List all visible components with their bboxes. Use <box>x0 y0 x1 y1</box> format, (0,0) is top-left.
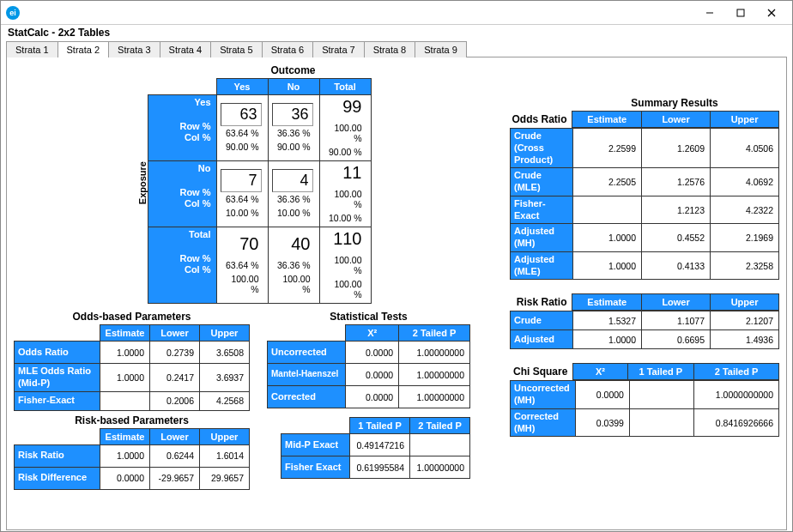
col-header-no: No <box>268 79 319 95</box>
cell-total-no: 40 <box>272 234 316 258</box>
tab-strata-4[interactable]: Strata 4 <box>160 41 212 57</box>
cell-no-yes[interactable]: 7 <box>221 169 262 192</box>
table-row: MLE Odds Ratio (Mid-P) 1.0000 0.2417 3.6… <box>15 364 250 392</box>
window: ei StatCalc - 2x2 Tables Strata 1 Strata… <box>0 0 793 532</box>
summary-odds-body: Crude (Cross Product) 2.2599 1.2609 4.05… <box>510 128 779 280</box>
summary-risk-label: Risk Ratio <box>510 293 572 308</box>
table-row: Mid-P Exact 0.49147216 <box>281 434 470 456</box>
summary-chi-body: Uncorrected (MH) 0.0000 1.0000000000 Cor… <box>510 380 779 437</box>
tab-strata-5[interactable]: Strata 5 <box>210 41 263 57</box>
table-row: Adjusted (MH) 1.0000 0.4552 2.1969 <box>511 224 779 252</box>
two-by-two-table: Yes No Total Yes Row % Col % <box>148 78 372 304</box>
stat-tests-title: Statistical Tests <box>267 309 470 324</box>
cell-total-yes: 70 <box>221 234 264 258</box>
odds-params-title: Odds-based Parameters <box>14 309 250 324</box>
row-header-total: Total Row % Col % <box>148 227 216 304</box>
tab-strata-8[interactable]: Strata 8 <box>364 41 416 57</box>
summary-chi-table: X² 1 Tailed P 2 Tailed P <box>572 363 779 380</box>
table-row: Adjusted (MLE) 1.0000 0.4133 2.3258 <box>511 251 779 280</box>
summary-title: Summary Results <box>570 95 779 111</box>
exact-tests-table: 1 Tailed P 2 Tailed P Mid-P Exact 0.4914… <box>281 417 470 479</box>
table-row: Risk Ratio 1.0000 0.6244 1.6014 <box>15 444 250 467</box>
cell-yes-yes[interactable]: 63 <box>221 103 262 126</box>
outcome-label: Outcome <box>216 63 371 78</box>
table-row: Corrected (MH) 0.0399 0.8416926666 <box>511 408 779 437</box>
tab-strata-6[interactable]: Strata 6 <box>262 41 314 57</box>
table-row: Fisher-Exact 1.2123 4.2322 <box>511 196 779 224</box>
table-row: Risk Difference 0.0000 -29.9657 29.9657 <box>15 467 250 489</box>
table-row: Fisher Exact 0.61995584 1.00000000 <box>281 456 470 479</box>
table-row: Crude (Cross Product) 2.2599 1.2609 4.05… <box>511 129 779 168</box>
table-row: Crude 1.5327 1.1077 2.1207 <box>511 311 779 330</box>
cell-yes-no[interactable]: 36 <box>272 103 313 126</box>
summary-risk-table: Estimate Lower Upper <box>572 293 779 311</box>
maximize-button[interactable] <box>725 2 756 24</box>
titlebar: ei <box>1 1 792 25</box>
table-row: Mantel-Haenszel 0.0000 1.00000000 <box>268 364 470 386</box>
tab-strata-2[interactable]: Strata 2 <box>58 41 110 57</box>
tab-strata-7[interactable]: Strata 7 <box>312 41 365 57</box>
table-row: Adjusted 1.0000 0.6695 1.4936 <box>511 330 779 349</box>
risk-params-table: Estimate Lower Upper Risk Ratio 1.0000 0… <box>14 428 250 490</box>
app-icon: ei <box>6 6 20 20</box>
summary-chi-label: Chi Square <box>510 363 572 378</box>
col-header-total: Total <box>319 79 371 95</box>
cell-no-total: 11 <box>324 163 367 187</box>
table-row: Fisher-Exact 0.2006 4.2568 <box>15 391 250 410</box>
minimize-button[interactable] <box>694 2 725 24</box>
table-row: Crude (MLE) 2.2505 1.2576 4.0692 <box>511 168 779 196</box>
stat-tests-table: X² 2 Tailed P Uncorrected 0.0000 1.00000… <box>267 324 470 408</box>
table-row: Odds Ratio 1.0000 0.2739 3.6508 <box>15 342 250 364</box>
table-row: Uncorrected (MH) 0.0000 1.0000000000 <box>511 381 779 409</box>
cell-total-total: 110 <box>324 229 367 253</box>
risk-params-title: Risk-based Parameters <box>14 413 250 428</box>
tab-strata-3[interactable]: Strata 3 <box>108 41 160 57</box>
content: Exposure Outcome Yes No Total <box>6 57 787 530</box>
row-header-yes: Yes Row % Col % <box>148 95 216 161</box>
tab-strata-9[interactable]: Strata 9 <box>415 41 467 57</box>
tabbar: Strata 1 Strata 2 Strata 3 Strata 4 Stra… <box>1 40 792 57</box>
tab-strata-1[interactable]: Strata 1 <box>6 41 58 57</box>
maximize-icon <box>736 9 745 17</box>
page-title: StatCalc - 2x2 Tables <box>1 25 792 40</box>
minimize-icon <box>705 9 714 17</box>
exposure-label: Exposure <box>137 161 148 204</box>
summary-risk-body: Crude 1.5327 1.1077 2.1207 Adjusted 1.00… <box>510 311 779 349</box>
svg-rect-1 <box>737 9 744 16</box>
odds-params-table: Estimate Lower Upper Odds Ratio 1.0000 0… <box>14 324 250 411</box>
cell-yes-total: 99 <box>324 97 367 121</box>
cell-no-no[interactable]: 4 <box>272 169 313 192</box>
col-header-yes: Yes <box>216 79 268 95</box>
table-row: Corrected 0.0000 1.00000000 <box>268 386 470 408</box>
close-icon <box>767 9 776 17</box>
close-button[interactable] <box>756 2 787 24</box>
summary-odds-label: Odds Ratio <box>510 111 572 125</box>
row-header-no: No Row % Col % <box>148 161 216 227</box>
summary-odds-table: Estimate Lower Upper <box>572 111 779 128</box>
table-row: Uncorrected 0.0000 1.00000000 <box>268 342 470 364</box>
